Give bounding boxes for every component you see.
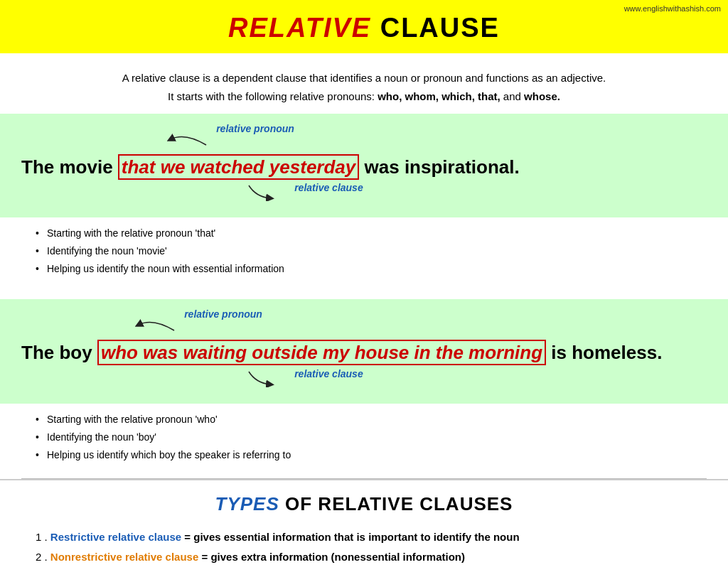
types-rest: OF RELATIVE CLAUSES bbox=[279, 493, 513, 514]
website-label: www.englishwithashish.com bbox=[624, 4, 721, 13]
example1-bullet2: Identifying the noun 'movie' bbox=[36, 244, 700, 259]
example1-part2: was inspirational. bbox=[359, 156, 519, 178]
intro-whose: whose. bbox=[524, 90, 560, 102]
types-list: 1 . Restrictive relative clause = gives … bbox=[0, 524, 728, 580]
example2-clause-label: relative clause bbox=[294, 368, 363, 379]
types-section-header: TYPES OF RELATIVE CLAUSES bbox=[0, 479, 728, 524]
example1-sentence: The movie that we watched yesterday was … bbox=[21, 154, 707, 180]
intro-line1: A relative clause is a dependent clause … bbox=[28, 69, 700, 87]
intro-section: A relative clause is a dependent clause … bbox=[0, 53, 728, 114]
example1-part1: The movie bbox=[21, 156, 118, 178]
example1-clause-label-row: relative clause bbox=[242, 183, 707, 203]
example2-block: relative pronoun The boy who was waiting… bbox=[0, 299, 728, 403]
example2-bullet2: Identifying the noun 'boy' bbox=[36, 430, 700, 445]
example1-bullets: Starting with the relative pronoun 'that… bbox=[0, 217, 728, 292]
types-item1-desc: = gives essential information that is im… bbox=[181, 531, 519, 543]
example1-bullet1: Starting with the relative pronoun 'that… bbox=[36, 226, 700, 241]
title-clause: CLAUSE bbox=[371, 13, 500, 43]
example1-pronoun-label-row: relative pronoun bbox=[164, 125, 707, 153]
example1-pronoun-label: relative pronoun bbox=[216, 123, 294, 134]
types-item1-num: 1 . bbox=[36, 531, 50, 543]
intro-and: and bbox=[500, 90, 524, 102]
types-item2-name: Nonrestrictive relative clause bbox=[50, 551, 198, 563]
example2-bullet3: Helping us identify which boy the speake… bbox=[36, 448, 700, 463]
title-relative: RELATIVE bbox=[228, 13, 371, 43]
example2-pronoun-label: relative pronoun bbox=[184, 308, 262, 320]
types-item2-desc: = gives extra information (nonessential … bbox=[198, 551, 465, 563]
types-item2-num: 2 . bbox=[36, 551, 50, 563]
example2-pronoun-label-row: relative pronoun bbox=[132, 311, 707, 338]
example1-bullet3: Helping us identify the noun with essent… bbox=[36, 262, 700, 276]
example1-clause-arrow bbox=[242, 183, 299, 201]
intro-pronouns: who, whom, which, that, bbox=[378, 90, 500, 102]
types-heading: TYPES OF RELATIVE CLAUSES bbox=[7, 493, 721, 515]
example2-part1: The boy bbox=[21, 342, 97, 363]
example1-highlight: that we watched yesterday bbox=[118, 154, 359, 180]
example2-clause-arrow bbox=[242, 369, 299, 387]
types-item1-name: Restrictive relative clause bbox=[50, 531, 181, 543]
example2-clause-label-row: relative clause bbox=[242, 369, 707, 389]
types-word: TYPES bbox=[215, 493, 279, 514]
example2-part2: is homeless. bbox=[546, 342, 662, 363]
example2-highlight: who was waiting outside my house in the … bbox=[97, 340, 546, 365]
example2-sentence: The boy who was waiting outside my house… bbox=[21, 340, 707, 365]
example1-clause-label: relative clause bbox=[294, 182, 363, 193]
example1-block: relative pronoun The movie that we watch… bbox=[0, 114, 728, 217]
types-item1: 1 . Restrictive relative clause = gives … bbox=[36, 529, 700, 546]
intro-line2: It starts with the following relative pr… bbox=[28, 87, 700, 106]
page-title: RELATIVE CLAUSE bbox=[7, 13, 721, 43]
intro-prefix: It starts with the following relative pr… bbox=[168, 90, 378, 102]
page-header: www.englishwithashish.com RELATIVE CLAUS… bbox=[0, 0, 728, 53]
types-item2: 2 . Nonrestrictive relative clause = giv… bbox=[36, 549, 700, 566]
example2-bullet1: Starting with the relative pronoun 'who' bbox=[36, 412, 700, 427]
example2-bullets: Starting with the relative pronoun 'who'… bbox=[0, 404, 728, 478]
